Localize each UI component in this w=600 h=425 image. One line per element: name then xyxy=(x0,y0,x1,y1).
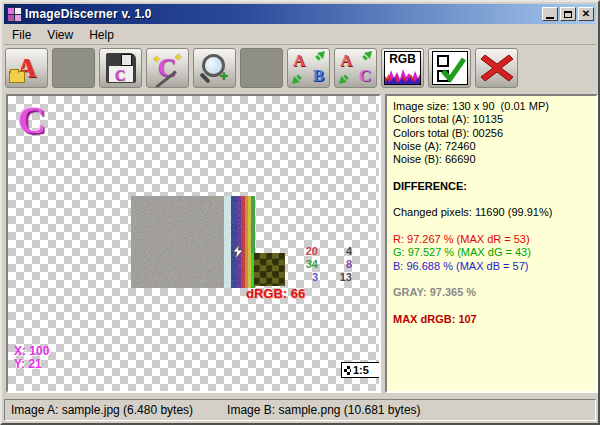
red-x-icon xyxy=(481,53,513,83)
compare-a-b-button[interactable]: A B xyxy=(287,48,330,88)
folder-icon xyxy=(9,71,25,83)
noise-a-line: Noise (A): 72460 xyxy=(393,140,590,153)
plus-icon: + xyxy=(220,70,228,82)
pixel-g-b: 8 xyxy=(330,258,352,271)
magic-wand-c-button[interactable]: C ✦ ✦ xyxy=(146,48,189,88)
toolbar-empty-slot-1 xyxy=(52,48,95,88)
image-canvas[interactable]: C 20 4 xyxy=(6,94,381,393)
toolbar-empty-slot-2 xyxy=(240,48,283,88)
pixel-value-readout: 20 4 34 8 3 13 xyxy=(292,245,352,284)
cursor-y-label: Y: 21 xyxy=(14,357,42,371)
pixel-r-b: 4 xyxy=(330,245,352,258)
menu-help[interactable]: Help xyxy=(81,26,122,44)
menu-bar: File View Help xyxy=(4,25,596,45)
rgb-histogram-icon: RGB xyxy=(384,51,421,85)
zoom-tool-button[interactable]: + xyxy=(193,48,236,88)
pixel-r-a: 20 xyxy=(292,245,318,258)
magnified-pixels-view xyxy=(251,253,285,286)
maximize-icon xyxy=(564,11,572,18)
difference-heading: DIFFERENCE: xyxy=(393,180,590,193)
pixel-g-a: 34 xyxy=(292,258,318,271)
checkbox-check-icon xyxy=(432,51,468,85)
app-window: ImageDiscerner v. 1.0 ✕ File View Help A… xyxy=(0,0,600,425)
toolbar: A C C ✦ ✦ + A B A xyxy=(4,45,596,91)
maximize-button[interactable] xyxy=(560,7,576,21)
cursor-x-label: X: 100 xyxy=(14,344,49,358)
title-bar[interactable]: ImageDiscerner v. 1.0 ✕ xyxy=(4,4,596,24)
image-size-line: Image size: 130 x 90 (0.01 MP) xyxy=(393,100,590,113)
noise-b-line: Noise (B): 66690 xyxy=(393,153,590,166)
status-image-b: Image B: sample.png (10.681 bytes) xyxy=(227,403,420,417)
star-icon: ✦ xyxy=(174,51,183,64)
zoom-ratio-value: 1:5 xyxy=(353,364,369,376)
green-arrow-icon xyxy=(313,51,325,63)
red-channel-line: R: 97.267 % (MAX dR = 53) xyxy=(393,233,590,246)
pixel-b-a: 3 xyxy=(292,271,318,284)
green-arrow-icon xyxy=(339,72,351,84)
colors-total-a-line: Colors total (A): 10135 xyxy=(393,113,590,126)
window-title: ImageDiscerner v. 1.0 xyxy=(25,7,540,21)
image-b-letter-overlay: C xyxy=(18,100,45,140)
star-icon: ✦ xyxy=(152,53,161,66)
pixel-b-b: 13 xyxy=(330,271,352,284)
checker-icon xyxy=(344,366,351,375)
green-arrow-icon xyxy=(292,72,304,84)
open-image-a-button[interactable]: A xyxy=(5,48,48,88)
exit-button[interactable] xyxy=(475,48,518,88)
drgb-value-label: dRGB: 66 xyxy=(246,286,305,301)
max-drgb-line: MAX dRGB: 107 xyxy=(393,313,590,326)
histogram-rgb-button[interactable]: RGB xyxy=(381,48,424,88)
minimize-icon xyxy=(546,17,554,19)
close-icon: ✕ xyxy=(582,9,590,19)
minimize-button[interactable] xyxy=(542,7,558,21)
difference-image xyxy=(131,196,255,288)
menu-view[interactable]: View xyxy=(39,26,81,44)
cursor-icon xyxy=(232,244,244,260)
zoom-ratio-indicator: 1:5 xyxy=(341,362,380,378)
colors-total-b-line: Colors total (B): 00256 xyxy=(393,127,590,140)
save-image-c-button[interactable]: C xyxy=(99,48,142,88)
floppy-disk-icon: C xyxy=(106,53,136,83)
changed-pixels-line: Changed pixels: 11690 (99.91%) xyxy=(393,206,590,219)
verify-options-button[interactable] xyxy=(428,48,471,88)
status-image-a: Image A: sample.jpg (6.480 bytes) xyxy=(11,403,193,417)
status-bar: Image A: sample.jpg (6.480 bytes) Image … xyxy=(4,399,596,421)
green-channel-line: G: 97.527 % (MAX dG = 43) xyxy=(393,246,590,259)
statistics-panel: Image size: 130 x 90 (0.01 MP) Colors to… xyxy=(385,94,598,393)
menu-file[interactable]: File xyxy=(4,26,39,44)
gray-line: GRAY: 97.365 % xyxy=(393,286,590,299)
close-button[interactable]: ✕ xyxy=(578,7,594,21)
green-arrow-icon xyxy=(360,51,372,63)
compare-a-c-button[interactable]: A C xyxy=(334,48,377,88)
blue-channel-line: B: 96.688 % (MAX dB = 57) xyxy=(393,260,590,273)
app-icon xyxy=(7,7,22,22)
